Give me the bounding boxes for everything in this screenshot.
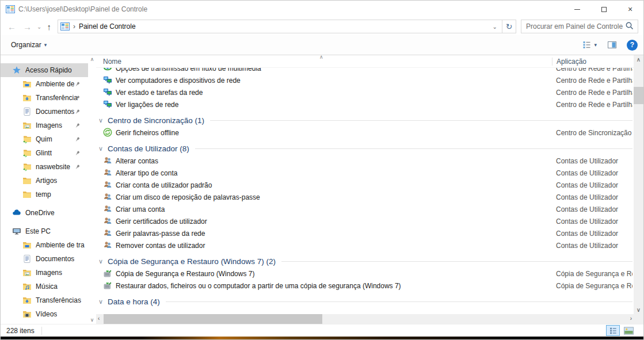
list-item[interactable]: Opções de transmissão em fluxo de multim…	[96, 68, 634, 74]
sidebar-item-this-pc[interactable]: Este PC	[1, 224, 88, 238]
sidebar-item-downloads[interactable]: Transferência	[1, 91, 88, 105]
pin-icon	[74, 164, 81, 170]
list-item[interactable]: Gerir certificados de utilizador Contas …	[96, 215, 634, 227]
control-panel-icon	[60, 22, 70, 31]
documents-icon	[22, 107, 32, 116]
group-divider	[210, 120, 632, 121]
list-item[interactable]: Criar um disco de reposição de palavras-…	[96, 191, 634, 203]
group-divider	[166, 301, 632, 302]
group-header[interactable]: ∨ Centro de Sincronização (1)	[96, 110, 634, 127]
search-input[interactable]	[521, 22, 625, 30]
group-chevron-icon[interactable]: ∨	[97, 258, 104, 265]
group-chevron-icon[interactable]: ∨	[97, 298, 104, 305]
command-toolbar: Organizar ▾ ▾ ?	[1, 35, 643, 55]
sidebar-item-temp[interactable]: temp	[1, 188, 88, 201]
vertical-scrollbar-thumb[interactable]	[634, 87, 643, 104]
breadcrumb-location[interactable]: Painel de Controle	[79, 22, 488, 30]
list-item[interactable]: Cópia de Segurança e Restauro (Windows 7…	[96, 268, 634, 280]
sidebar-item-pc-music[interactable]: Música	[1, 280, 88, 293]
search-box[interactable]	[521, 20, 638, 33]
user-accounts-icon	[103, 156, 112, 165]
vertical-scrollbar[interactable]: ∧ ∨	[634, 55, 643, 314]
scroll-up-icon[interactable]: ∧	[634, 56, 643, 63]
sidebar-item-pc-downloads[interactable]: Transferências	[1, 293, 88, 307]
sidebar-item-pc-desktop[interactable]: Ambiente de tra	[1, 238, 88, 252]
sidebar-item-naswebsite[interactable]: naswebsite	[1, 160, 88, 174]
sidebar-item-quim[interactable]: Quim	[1, 132, 88, 146]
scroll-left-icon[interactable]: ‹	[98, 315, 100, 322]
sidebar-item-quick-access[interactable]: Acesso Rápido	[1, 63, 88, 77]
status-divider	[41, 327, 42, 335]
list-item[interactable]: Remover contas de utilizador Contas de U…	[96, 239, 634, 251]
horizontal-scrollbar[interactable]: ‹ ›	[96, 314, 634, 324]
sidebar-item-documents[interactable]: Documentos	[1, 105, 88, 119]
user-accounts-icon	[103, 192, 112, 201]
scroll-down-icon[interactable]: ∨	[634, 307, 643, 313]
desktop-folder-icon	[22, 79, 32, 89]
group-header[interactable]: ∨ Data e hora (4)	[96, 292, 634, 308]
organize-button[interactable]: Organizar ▾	[5, 39, 52, 51]
network-icon	[103, 100, 112, 109]
sidebar-item-os-c-drive[interactable]: OS (C:)	[1, 321, 88, 324]
sidebar-item-artigos[interactable]: Artigos	[1, 174, 88, 188]
group-header[interactable]: ∨ Contas de Utilizador (8)	[96, 139, 634, 155]
sidebar-item-desktop[interactable]: Ambiente de	[1, 77, 88, 91]
network-folder-icon	[22, 135, 32, 144]
list-item[interactable]: Gerir palavras-passe da rede Contas de U…	[96, 227, 634, 239]
sidebar-item-pc-documents[interactable]: Documentos	[1, 252, 88, 266]
up-icon[interactable]: ↑	[43, 22, 55, 31]
this-pc-icon	[12, 227, 21, 236]
back-icon[interactable]: ←	[4, 22, 20, 31]
scrollbar-corner	[634, 314, 643, 324]
list-item[interactable]: Ver computadores e dispositivos de rede …	[96, 74, 634, 86]
sidebar-item-pc-videos[interactable]: Vídeos	[1, 307, 88, 321]
sidebar-item-onedrive[interactable]: OneDrive	[1, 206, 88, 220]
recent-locations-chevron-icon[interactable]: ⌄	[35, 24, 43, 30]
list-item[interactable]: Restaurar dados, ficheiros ou o computad…	[96, 280, 634, 292]
scroll-up-icon[interactable]: ∧	[88, 56, 96, 62]
pin-icon	[74, 81, 81, 87]
list-item[interactable]: Alterar tipo de conta Contas de Utilizad…	[96, 167, 634, 179]
list-item[interactable]: Gerir ficheiros offline Centro de Sincro…	[96, 127, 634, 139]
scroll-right-icon[interactable]: ›	[630, 315, 632, 322]
group-chevron-icon[interactable]: ∨	[97, 145, 104, 152]
column-header-name[interactable]: Nome	[103, 58, 121, 66]
scroll-down-icon[interactable]: ∨	[88, 317, 96, 323]
navigation-pane: Acesso Rápido Ambiente de Transferência …	[1, 55, 88, 324]
preview-pane-button[interactable]	[604, 39, 620, 51]
sidebar-item-glintt[interactable]: Glintt	[1, 146, 88, 160]
minimize-button[interactable]	[564, 1, 590, 18]
help-button[interactable]: ?	[627, 40, 638, 51]
thumbnails-view-button[interactable]	[622, 325, 635, 336]
horizontal-scrollbar-thumb[interactable]	[104, 314, 322, 324]
downloads-folder-icon	[22, 296, 32, 305]
sidebar-scrollbar[interactable]: ∧ ∨	[88, 55, 96, 324]
status-bar: 228 itens	[1, 324, 643, 337]
details-view-button[interactable]	[606, 325, 620, 336]
pictures-folder-icon	[22, 268, 32, 277]
group-chevron-icon[interactable]: ∨	[97, 117, 104, 124]
pin-icon	[74, 109, 81, 115]
column-header-application[interactable]: Aplicação	[552, 58, 634, 66]
list-item[interactable]: Alterar contas Contas de Utilizador	[96, 155, 634, 167]
pin-icon	[74, 95, 81, 101]
forward-icon[interactable]: →	[20, 22, 35, 31]
user-accounts-icon	[103, 240, 112, 250]
list-item[interactable]: Criar uma conta Contas de Utilizador	[96, 203, 634, 215]
change-view-button[interactable]: ▾	[579, 39, 600, 51]
list-item[interactable]: Criar conta de utilizador padrão Contas …	[96, 179, 634, 191]
maximize-button[interactable]	[590, 1, 617, 18]
explorer-body: Acesso Rápido Ambiente de Transferência …	[1, 55, 643, 324]
group-header[interactable]: ∨ Cópia de Segurança e Restauro (Windows…	[96, 251, 634, 268]
breadcrumb[interactable]: › Painel de Controle ⌄	[58, 20, 502, 33]
media-streaming-icon	[103, 68, 112, 72]
network-folder-icon	[22, 148, 32, 158]
sidebar-item-pc-pictures[interactable]: Imagens	[1, 266, 88, 280]
list-item[interactable]: Ver estado e tarefas da rede Centro de R…	[96, 86, 634, 98]
refresh-button[interactable]: ↻	[502, 20, 516, 33]
onedrive-cloud-icon	[12, 208, 21, 217]
list-item[interactable]: Ver ligações de rede Centro de Rede e Pa…	[96, 98, 634, 110]
address-dropdown-chevron-icon[interactable]: ⌄	[488, 24, 502, 30]
sidebar-item-pictures[interactable]: Imagens	[1, 119, 88, 132]
close-button[interactable]: ×	[617, 1, 643, 18]
